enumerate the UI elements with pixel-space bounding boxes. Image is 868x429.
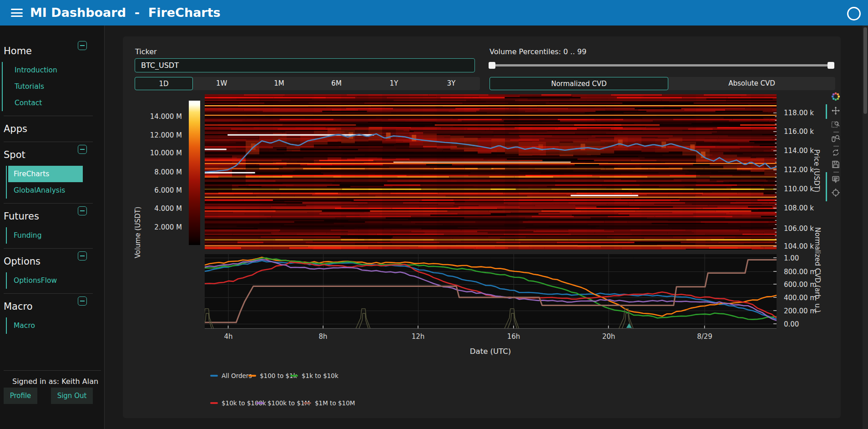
divider bbox=[4, 142, 93, 142]
chart-toolbar bbox=[826, 91, 846, 214]
scrollbar-track[interactable] bbox=[863, 26, 868, 429]
profile-button[interactable]: Profile bbox=[4, 388, 37, 404]
legend-swatch bbox=[210, 375, 218, 377]
reset-tool-icon[interactable] bbox=[831, 148, 841, 158]
range-button-6m[interactable]: 6M bbox=[308, 77, 365, 90]
colorbar-tick-label: 4.000 M bbox=[154, 204, 182, 213]
normalized-cvd-button[interactable]: Normalized CVD bbox=[490, 77, 668, 90]
sidebar-item-firecharts[interactable]: FireCharts bbox=[6, 166, 104, 182]
collapse-minus-icon[interactable] bbox=[78, 145, 87, 154]
colorbar-tick-label: 10.000 M bbox=[150, 148, 182, 158]
percentile-max-handle[interactable] bbox=[828, 62, 834, 69]
sidebar-item-contact[interactable]: Contact bbox=[3, 95, 104, 111]
collapse-minus-icon[interactable] bbox=[78, 296, 87, 306]
cvd-tick-label: 400.00 m bbox=[784, 293, 817, 302]
bokeh-logo-icon[interactable] bbox=[831, 92, 841, 102]
x-tick-label: 8h bbox=[309, 332, 337, 341]
sidebar-item-globalanalysis[interactable]: GlobalAnalysis bbox=[6, 182, 104, 199]
cvd-tick-label: 1.00 bbox=[784, 254, 799, 263]
collapse-minus-icon[interactable] bbox=[78, 41, 87, 50]
section-heading-home: Home bbox=[4, 46, 32, 56]
cvd-tick-label: 800.00 m bbox=[784, 267, 817, 276]
colorbar-tick-label: 6.000 M bbox=[154, 186, 182, 195]
price-tick-label: 110.00 k bbox=[784, 184, 814, 194]
absolute-cvd-button[interactable]: Absolute CVD bbox=[668, 77, 835, 90]
box-zoom-tool-icon[interactable] bbox=[831, 120, 841, 130]
legend-item-1k-10k[interactable]: $1k to $10k bbox=[290, 372, 338, 380]
cvd-axis-title: Normalized CVD (arb. u.) bbox=[813, 204, 822, 336]
legend-item-100k-1M[interactable]: $100k to $1M bbox=[256, 399, 310, 407]
legend-swatch bbox=[256, 402, 264, 404]
range-button-3y[interactable]: 3Y bbox=[423, 77, 480, 90]
price-tick-label: 108.00 k bbox=[784, 204, 814, 213]
legend-swatch bbox=[290, 375, 298, 377]
legend-item-1M-10M[interactable]: $1M to $10M bbox=[303, 399, 355, 407]
colorbar-tick-label: 2.000 M bbox=[154, 223, 182, 232]
toolbar-separator bbox=[833, 172, 839, 173]
cvd-canvas[interactable] bbox=[205, 254, 777, 329]
price-axis-title: Price (USDT) bbox=[812, 132, 821, 209]
heatmap-canvas[interactable] bbox=[205, 94, 777, 250]
divider bbox=[4, 116, 93, 116]
divider bbox=[4, 370, 101, 371]
sidebar-item-macro[interactable]: Macro bbox=[6, 317, 104, 334]
section-heading-futures: Futures bbox=[4, 211, 39, 222]
signed-in-text: Signed in as: Keith Alan bbox=[12, 377, 105, 386]
legend-item-all-orders[interactable]: All Orders bbox=[210, 372, 252, 380]
app-title: MI Dashboard - FireCharts bbox=[30, 0, 221, 26]
hover-tool-icon[interactable] bbox=[831, 175, 841, 185]
cvd-mode-group: Normalized CVD Absolute CVD bbox=[490, 77, 835, 90]
cvd-tick-label: 200.00 m bbox=[784, 306, 817, 316]
legend-item-100-1k[interactable]: $100 to $1k bbox=[248, 372, 297, 380]
range-button-group: 1D 1W 1M 6M 1Y 3Y bbox=[135, 77, 480, 90]
sidebar-item-tutorials[interactable]: Tutorials bbox=[3, 78, 104, 95]
sidebar-item-optionsflow[interactable]: OptionsFlow bbox=[6, 272, 104, 289]
colorbar-tick-label: 14.000 M bbox=[150, 112, 182, 121]
main-panel: Ticker 1D 1W 1M 6M 1Y 3Y Volume Percenti… bbox=[123, 36, 841, 418]
section-heading-options: Options bbox=[4, 256, 40, 267]
save-tool-icon[interactable] bbox=[831, 160, 841, 170]
divider bbox=[4, 248, 93, 249]
sidebar-item-funding[interactable]: Funding bbox=[6, 227, 104, 244]
wheel-zoom-tool-icon[interactable] bbox=[831, 134, 841, 144]
x-tick-label: 8/29 bbox=[691, 332, 718, 341]
sidebar-footer: Signed in as: Keith Alan Profile Sign Ou… bbox=[0, 366, 105, 390]
pan-tool-icon[interactable] bbox=[831, 106, 841, 116]
percentile-range-slider[interactable] bbox=[490, 61, 833, 70]
x-tick-label: 20h bbox=[595, 332, 622, 341]
account-circle-icon[interactable] bbox=[847, 7, 861, 20]
range-button-1w[interactable]: 1W bbox=[193, 77, 250, 90]
colorbar-ticks: 14.000 M 12.000 M 10.000 M 8.000 M 6.000… bbox=[135, 101, 182, 245]
colorbar-tick-label: 12.000 M bbox=[150, 131, 182, 140]
colorbar-tick-label: 8.000 M bbox=[154, 168, 182, 177]
x-tick-label: 12h bbox=[404, 332, 432, 341]
page: MI Dashboard - FireCharts Home Introduct… bbox=[0, 0, 868, 429]
price-tick-label: 104.00 k bbox=[784, 242, 814, 251]
toolbar-separator bbox=[833, 132, 839, 133]
legend-swatch bbox=[210, 402, 218, 404]
ticker-input[interactable] bbox=[135, 58, 475, 72]
cvd-tick-label: 0.00 bbox=[784, 320, 799, 329]
legend-swatch bbox=[303, 402, 311, 404]
slider-track[interactable] bbox=[490, 64, 833, 66]
x-axis-title: Date (UTC) bbox=[445, 347, 536, 356]
collapse-minus-icon[interactable] bbox=[78, 251, 87, 260]
section-heading-spot: Spot bbox=[4, 149, 25, 160]
ticker-label: Ticker bbox=[135, 47, 157, 56]
scrollbar-thumb[interactable] bbox=[863, 27, 867, 114]
range-button-1y[interactable]: 1Y bbox=[365, 77, 423, 90]
sidebar-item-introduction[interactable]: Introduction bbox=[3, 62, 104, 78]
divider bbox=[4, 203, 93, 204]
range-button-1d[interactable]: 1D bbox=[135, 77, 193, 90]
hamburger-menu-icon[interactable] bbox=[11, 9, 24, 17]
x-axis-ticks: 4h 8h 12h 16h 20h 8/29 bbox=[205, 332, 777, 342]
legend-swatch bbox=[248, 375, 256, 377]
price-tick-label: 116.00 k bbox=[784, 127, 814, 136]
crosshair-tool-icon[interactable] bbox=[831, 188, 841, 198]
collapse-minus-icon[interactable] bbox=[78, 206, 87, 215]
x-tick-label: 4h bbox=[215, 332, 242, 341]
percentile-min-handle[interactable] bbox=[489, 62, 495, 69]
range-button-1m[interactable]: 1M bbox=[250, 77, 308, 90]
sidebar: Home Introduction Tutorials Contact Apps… bbox=[0, 26, 105, 429]
sign-out-button[interactable]: Sign Out bbox=[51, 388, 93, 404]
